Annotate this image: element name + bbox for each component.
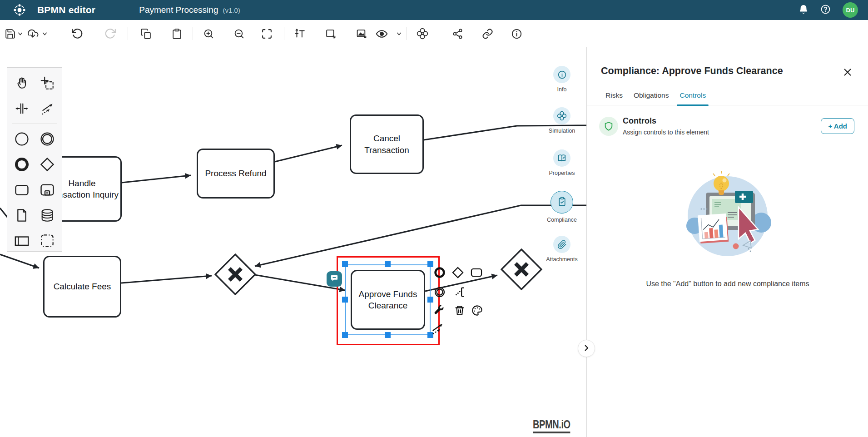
palette-intermediate-event[interactable] <box>35 126 60 152</box>
flow-hti-to-process-refund <box>122 175 191 183</box>
notifications-button[interactable] <box>799 5 808 16</box>
resize-handle-n[interactable] <box>385 261 391 267</box>
simulation-knot-icon <box>553 107 570 124</box>
toolbar-divider <box>406 27 407 40</box>
export-button[interactable] <box>25 26 40 41</box>
resize-handle-s[interactable] <box>385 332 391 338</box>
palette-group[interactable] <box>35 228 60 253</box>
user-avatar[interactable]: DU <box>843 2 858 18</box>
redo-button[interactable] <box>103 26 118 41</box>
app-title: BPMN editor <box>37 5 95 15</box>
help-button[interactable] <box>820 4 831 16</box>
comment-badge[interactable] <box>327 271 342 287</box>
flow-refund-to-cancel <box>275 145 342 162</box>
image-tool-button[interactable] <box>354 26 368 41</box>
tab-risks[interactable]: Risks <box>605 91 623 105</box>
exclusive-gateway-2[interactable] <box>501 249 541 289</box>
zoom-in-button[interactable] <box>201 26 216 41</box>
bpmn-editor-app: BPMN editor Payment Processing (v1.0) <box>0 0 868 437</box>
panel-title: Compliance: Approve Funds Clearance <box>601 65 783 77</box>
panel-collapse-button[interactable] <box>578 340 595 357</box>
link-button[interactable] <box>480 26 495 41</box>
copy-button[interactable] <box>139 26 153 41</box>
clipboard-check-icon <box>557 196 567 209</box>
toolbar-divider <box>284 27 284 40</box>
save-options-button[interactable] <box>16 26 24 41</box>
empty-state: Use the "Add" button to add new complian… <box>587 169 868 288</box>
diagram-canvas[interactable]: Handle Transaction Inquiry Process Refun… <box>0 47 587 437</box>
exclusive-gateway-1[interactable] <box>215 254 255 294</box>
text-tool-button[interactable] <box>293 26 307 41</box>
rail-label: Simulation <box>549 128 575 134</box>
flow-into-calculate-fees <box>0 254 39 268</box>
bpmn-io-watermark[interactable]: BPMN.iO <box>533 418 570 433</box>
resize-handle-nw[interactable] <box>342 261 348 267</box>
chevron-right-icon <box>582 344 590 353</box>
space-tool[interactable] <box>9 96 35 121</box>
bell-icon <box>799 5 808 16</box>
task-calculate-fees[interactable]: Calculate Fees <box>43 256 121 318</box>
append-gateway-icon[interactable] <box>451 266 465 279</box>
palette-data-object[interactable] <box>9 203 35 228</box>
toolbar-divider <box>439 27 439 40</box>
connect-arrows-icon[interactable] <box>431 322 445 335</box>
hand-tool[interactable] <box>9 70 35 96</box>
toolbar-divider <box>193 27 193 40</box>
append-text-annotation-icon[interactable] <box>454 285 468 299</box>
palette-participant[interactable] <box>9 228 35 253</box>
save-button[interactable] <box>3 26 17 41</box>
preview-options-button[interactable] <box>395 26 402 41</box>
comment-badge-icon <box>330 274 338 284</box>
export-options-button[interactable] <box>41 26 48 41</box>
palette-task[interactable] <box>9 177 35 203</box>
resize-handle-sw[interactable] <box>342 332 348 338</box>
shield-icon <box>599 117 618 136</box>
empty-state-caption: Use the "Add" button to add new complian… <box>646 280 809 288</box>
global-connect-tool[interactable] <box>35 96 60 121</box>
rail-item-simulation[interactable]: Simulation <box>537 107 587 134</box>
tab-controls[interactable]: Controls <box>680 91 706 105</box>
task-cancel-transaction[interactable]: Cancel Transaction <box>350 114 424 174</box>
token-simulation-button[interactable] <box>415 26 430 41</box>
resize-handle-w[interactable] <box>342 297 348 303</box>
share-button[interactable] <box>450 26 465 41</box>
zoom-out-button[interactable] <box>232 26 246 41</box>
active-rail-ring <box>551 191 573 214</box>
append-intermediate-event-icon[interactable] <box>433 285 446 299</box>
panel-close-button[interactable] <box>843 67 853 79</box>
rail-item-attachments[interactable]: Attachments <box>537 236 587 263</box>
palette-subprocess[interactable] <box>35 177 60 203</box>
append-task-icon[interactable] <box>470 266 483 279</box>
editor-toolbar <box>0 20 868 47</box>
info-button[interactable] <box>509 26 524 41</box>
shape-tool-button[interactable] <box>323 26 337 41</box>
lasso-tool[interactable] <box>35 70 60 96</box>
tab-obligations[interactable]: Obligations <box>634 91 669 105</box>
top-header: BPMN editor Payment Processing (v1.0) <box>0 0 868 20</box>
rail-label: Compliance <box>547 217 577 223</box>
set-color-palette-icon[interactable] <box>470 303 484 317</box>
palette-end-event[interactable] <box>9 152 35 177</box>
task-process-refund[interactable]: Process Refund <box>197 149 275 199</box>
append-end-event-icon[interactable] <box>433 266 446 279</box>
add-control-button[interactable]: + Add <box>821 118 854 134</box>
rail-item-properties[interactable]: Properties <box>537 149 587 176</box>
controls-description: Assign controls to this element <box>623 129 821 136</box>
delete-trash-icon[interactable] <box>453 303 466 317</box>
palette-start-event[interactable] <box>9 126 35 152</box>
preview-button[interactable] <box>374 26 389 41</box>
sequence-flows-layer <box>0 47 587 437</box>
rail-label: Properties <box>549 170 575 176</box>
rail-item-compliance[interactable]: Compliance <box>537 191 587 223</box>
rail-item-info[interactable]: Info <box>537 66 587 93</box>
palette-separator <box>12 124 57 124</box>
undo-button[interactable] <box>70 26 84 41</box>
palette-gateway[interactable] <box>35 152 60 177</box>
info-circle-icon <box>553 66 570 83</box>
fit-viewport-button[interactable] <box>259 26 274 41</box>
palette-data-store[interactable] <box>35 203 60 228</box>
change-type-wrench-icon[interactable] <box>432 303 446 317</box>
paste-button[interactable] <box>169 26 184 41</box>
element-palette <box>7 67 62 252</box>
task-approve-funds-clearance[interactable]: Approve Funds Clearance <box>351 270 425 330</box>
